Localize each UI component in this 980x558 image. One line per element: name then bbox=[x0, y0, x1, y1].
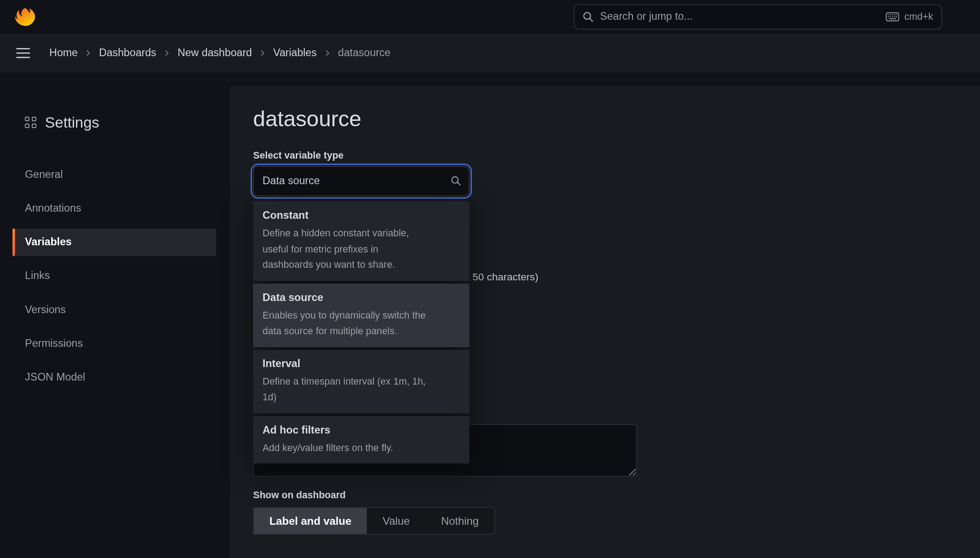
sidebar-item-variables[interactable]: Variables bbox=[13, 229, 216, 256]
settings-heading-label: Settings bbox=[45, 114, 99, 131]
sidebar-item-links[interactable]: Links bbox=[13, 262, 216, 290]
dashboard-settings-canvas: Settings General Annotations Variables L… bbox=[0, 72, 980, 558]
breadcrumb-variables[interactable]: Variables bbox=[273, 47, 317, 59]
settings-nav: General Annotations Variables Links Vers… bbox=[13, 161, 216, 398]
settings-sidebar: Settings General Annotations Variables L… bbox=[0, 72, 230, 558]
chevron-right-icon bbox=[259, 49, 267, 57]
breadcrumb-new-dashboard[interactable]: New dashboard bbox=[178, 47, 252, 59]
sidebar-item-annotations[interactable]: Annotations bbox=[13, 195, 216, 222]
option-name: Data source bbox=[263, 290, 460, 305]
apps-grid-icon bbox=[25, 117, 36, 128]
breadcrumb-bar: Home Dashboards New dashboard Variables … bbox=[0, 34, 980, 72]
variable-type-dropdown: Constant Define a hidden constant variab… bbox=[253, 201, 469, 464]
shortcut-hint: cmd+k bbox=[886, 11, 933, 22]
breadcrumb: Home Dashboards New dashboard Variables … bbox=[49, 47, 391, 59]
breadcrumb-home[interactable]: Home bbox=[49, 47, 78, 59]
grafana-flame-icon bbox=[14, 6, 36, 27]
sidebar-item-permissions[interactable]: Permissions bbox=[13, 330, 216, 357]
chevron-right-icon bbox=[163, 49, 171, 57]
radio-value[interactable]: Value bbox=[367, 508, 426, 534]
variable-type-select bbox=[253, 166, 469, 196]
option-name: Interval bbox=[263, 356, 460, 371]
dropdown-option-ad-hoc-filters[interactable]: Ad hoc filters Add key/value filters on … bbox=[253, 416, 469, 463]
variable-type-input[interactable] bbox=[253, 166, 469, 196]
option-description: Enables you to dynamically switch the da… bbox=[263, 307, 430, 339]
chevron-right-icon bbox=[324, 49, 331, 57]
search-icon bbox=[583, 11, 594, 22]
chevron-right-icon bbox=[85, 49, 92, 57]
option-description: Add key/value filters on the fly. bbox=[263, 439, 430, 455]
search-box: cmd+k bbox=[574, 4, 942, 30]
grafana-logo[interactable] bbox=[14, 6, 36, 27]
sidebar-item-versions[interactable]: Versions bbox=[13, 296, 216, 323]
breadcrumb-dashboards[interactable]: Dashboards bbox=[99, 47, 156, 59]
menu-icon[interactable] bbox=[16, 48, 30, 58]
option-name: Constant bbox=[263, 208, 460, 223]
settings-heading: Settings bbox=[25, 114, 99, 131]
option-description: Define a hidden constant variable, usefu… bbox=[263, 225, 430, 273]
option-description: Define a timespan interval (ex 1m, 1h, 1… bbox=[263, 373, 430, 405]
variable-editor-panel: datasource Select variable type Constant… bbox=[230, 86, 980, 558]
radio-nothing[interactable]: Nothing bbox=[425, 508, 494, 534]
option-name: Ad hoc filters bbox=[263, 423, 460, 438]
grafana-app: cmd+k Home Dashboards New dashboard Vari… bbox=[0, 0, 980, 558]
shortcut-label: cmd+k bbox=[904, 11, 933, 22]
dropdown-option-constant[interactable]: Constant Define a hidden constant variab… bbox=[253, 201, 469, 281]
variable-type-label: Select variable type bbox=[253, 150, 343, 161]
radio-label-and-value[interactable]: Label and value bbox=[254, 508, 367, 534]
label-hint-text-partial: 50 characters) bbox=[472, 271, 539, 283]
search-input[interactable] bbox=[600, 11, 879, 23]
keyboard-icon bbox=[886, 12, 900, 22]
dropdown-option-interval[interactable]: Interval Define a timespan interval (ex … bbox=[253, 350, 469, 413]
show-on-dashboard-radio-group: Label and value Value Nothing bbox=[253, 507, 495, 535]
sidebar-item-json-model[interactable]: JSON Model bbox=[13, 363, 216, 391]
sidebar-item-general[interactable]: General bbox=[13, 161, 216, 189]
dropdown-option-data-source[interactable]: Data source Enables you to dynamically s… bbox=[253, 283, 469, 347]
page-title: datasource bbox=[253, 106, 361, 131]
show-on-dashboard-label: Show on dashboard bbox=[253, 490, 346, 501]
breadcrumb-datasource: datasource bbox=[338, 47, 391, 59]
top-bar: cmd+k bbox=[0, 0, 980, 34]
